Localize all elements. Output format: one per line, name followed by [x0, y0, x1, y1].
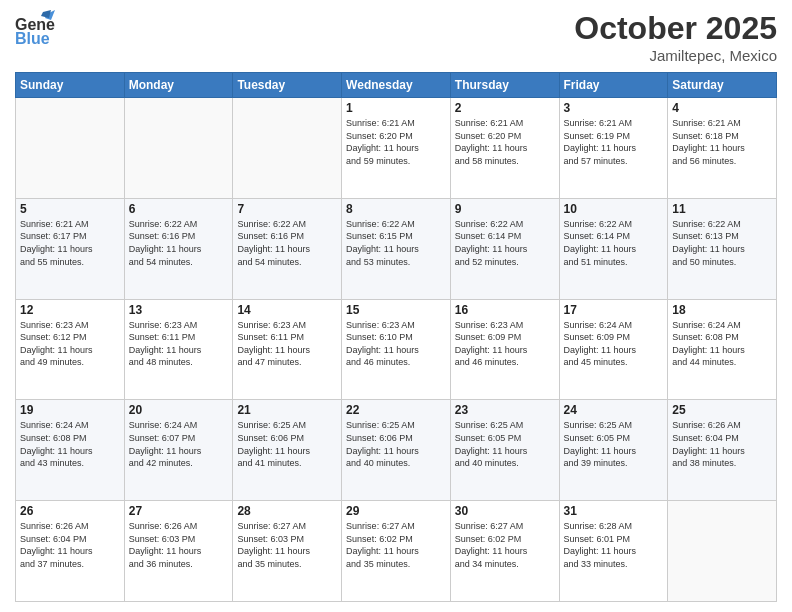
day-info: Sunrise: 6:24 AM Sunset: 6:08 PM Dayligh… [20, 419, 120, 469]
day-number: 24 [564, 403, 664, 417]
day-number: 28 [237, 504, 337, 518]
day-info: Sunrise: 6:22 AM Sunset: 6:14 PM Dayligh… [455, 218, 555, 268]
calendar-week-1: 1Sunrise: 6:21 AM Sunset: 6:20 PM Daylig… [16, 98, 777, 199]
calendar-week-3: 12Sunrise: 6:23 AM Sunset: 6:12 PM Dayli… [16, 299, 777, 400]
calendar-cell: 19Sunrise: 6:24 AM Sunset: 6:08 PM Dayli… [16, 400, 125, 501]
calendar-cell: 3Sunrise: 6:21 AM Sunset: 6:19 PM Daylig… [559, 98, 668, 199]
calendar-cell: 12Sunrise: 6:23 AM Sunset: 6:12 PM Dayli… [16, 299, 125, 400]
day-info: Sunrise: 6:21 AM Sunset: 6:17 PM Dayligh… [20, 218, 120, 268]
calendar-cell: 14Sunrise: 6:23 AM Sunset: 6:11 PM Dayli… [233, 299, 342, 400]
calendar-cell [233, 98, 342, 199]
day-info: Sunrise: 6:22 AM Sunset: 6:15 PM Dayligh… [346, 218, 446, 268]
calendar-cell: 10Sunrise: 6:22 AM Sunset: 6:14 PM Dayli… [559, 198, 668, 299]
day-info: Sunrise: 6:25 AM Sunset: 6:06 PM Dayligh… [346, 419, 446, 469]
calendar-cell: 11Sunrise: 6:22 AM Sunset: 6:13 PM Dayli… [668, 198, 777, 299]
col-friday: Friday [559, 73, 668, 98]
day-info: Sunrise: 6:24 AM Sunset: 6:08 PM Dayligh… [672, 319, 772, 369]
day-info: Sunrise: 6:21 AM Sunset: 6:19 PM Dayligh… [564, 117, 664, 167]
calendar-week-2: 5Sunrise: 6:21 AM Sunset: 6:17 PM Daylig… [16, 198, 777, 299]
col-thursday: Thursday [450, 73, 559, 98]
calendar-cell: 26Sunrise: 6:26 AM Sunset: 6:04 PM Dayli… [16, 501, 125, 602]
day-info: Sunrise: 6:21 AM Sunset: 6:18 PM Dayligh… [672, 117, 772, 167]
day-info: Sunrise: 6:23 AM Sunset: 6:10 PM Dayligh… [346, 319, 446, 369]
day-number: 13 [129, 303, 229, 317]
calendar-cell: 25Sunrise: 6:26 AM Sunset: 6:04 PM Dayli… [668, 400, 777, 501]
calendar-cell: 21Sunrise: 6:25 AM Sunset: 6:06 PM Dayli… [233, 400, 342, 501]
calendar-cell [668, 501, 777, 602]
day-number: 15 [346, 303, 446, 317]
day-number: 8 [346, 202, 446, 216]
day-info: Sunrise: 6:23 AM Sunset: 6:11 PM Dayligh… [129, 319, 229, 369]
day-number: 6 [129, 202, 229, 216]
calendar-week-5: 26Sunrise: 6:26 AM Sunset: 6:04 PM Dayli… [16, 501, 777, 602]
calendar-table: Sunday Monday Tuesday Wednesday Thursday… [15, 72, 777, 602]
svg-text:Blue: Blue [15, 30, 50, 47]
col-saturday: Saturday [668, 73, 777, 98]
day-info: Sunrise: 6:26 AM Sunset: 6:04 PM Dayligh… [672, 419, 772, 469]
page-subtitle: Jamiltepec, Mexico [574, 47, 777, 64]
calendar-cell: 15Sunrise: 6:23 AM Sunset: 6:10 PM Dayli… [342, 299, 451, 400]
day-info: Sunrise: 6:26 AM Sunset: 6:03 PM Dayligh… [129, 520, 229, 570]
day-number: 27 [129, 504, 229, 518]
calendar-cell: 13Sunrise: 6:23 AM Sunset: 6:11 PM Dayli… [124, 299, 233, 400]
header-row: Sunday Monday Tuesday Wednesday Thursday… [16, 73, 777, 98]
calendar-cell: 29Sunrise: 6:27 AM Sunset: 6:02 PM Dayli… [342, 501, 451, 602]
day-info: Sunrise: 6:22 AM Sunset: 6:16 PM Dayligh… [129, 218, 229, 268]
logo-icon: General Blue [15, 10, 55, 48]
day-number: 30 [455, 504, 555, 518]
day-info: Sunrise: 6:22 AM Sunset: 6:16 PM Dayligh… [237, 218, 337, 268]
day-number: 22 [346, 403, 446, 417]
calendar-cell: 18Sunrise: 6:24 AM Sunset: 6:08 PM Dayli… [668, 299, 777, 400]
col-wednesday: Wednesday [342, 73, 451, 98]
calendar-cell: 27Sunrise: 6:26 AM Sunset: 6:03 PM Dayli… [124, 501, 233, 602]
day-number: 2 [455, 101, 555, 115]
day-number: 7 [237, 202, 337, 216]
calendar-cell: 9Sunrise: 6:22 AM Sunset: 6:14 PM Daylig… [450, 198, 559, 299]
day-info: Sunrise: 6:23 AM Sunset: 6:11 PM Dayligh… [237, 319, 337, 369]
calendar-cell: 7Sunrise: 6:22 AM Sunset: 6:16 PM Daylig… [233, 198, 342, 299]
day-info: Sunrise: 6:27 AM Sunset: 6:02 PM Dayligh… [346, 520, 446, 570]
day-number: 23 [455, 403, 555, 417]
day-info: Sunrise: 6:25 AM Sunset: 6:05 PM Dayligh… [564, 419, 664, 469]
logo: General Blue [15, 10, 55, 48]
calendar-cell: 2Sunrise: 6:21 AM Sunset: 6:20 PM Daylig… [450, 98, 559, 199]
calendar-cell: 16Sunrise: 6:23 AM Sunset: 6:09 PM Dayli… [450, 299, 559, 400]
day-info: Sunrise: 6:27 AM Sunset: 6:02 PM Dayligh… [455, 520, 555, 570]
day-number: 26 [20, 504, 120, 518]
day-number: 16 [455, 303, 555, 317]
day-info: Sunrise: 6:28 AM Sunset: 6:01 PM Dayligh… [564, 520, 664, 570]
day-info: Sunrise: 6:25 AM Sunset: 6:05 PM Dayligh… [455, 419, 555, 469]
calendar-cell: 31Sunrise: 6:28 AM Sunset: 6:01 PM Dayli… [559, 501, 668, 602]
calendar-cell: 23Sunrise: 6:25 AM Sunset: 6:05 PM Dayli… [450, 400, 559, 501]
day-info: Sunrise: 6:21 AM Sunset: 6:20 PM Dayligh… [455, 117, 555, 167]
col-sunday: Sunday [16, 73, 125, 98]
header: General Blue October 2025 Jamiltepec, Me… [15, 10, 777, 64]
day-number: 10 [564, 202, 664, 216]
calendar-week-4: 19Sunrise: 6:24 AM Sunset: 6:08 PM Dayli… [16, 400, 777, 501]
day-number: 31 [564, 504, 664, 518]
day-info: Sunrise: 6:24 AM Sunset: 6:09 PM Dayligh… [564, 319, 664, 369]
day-number: 20 [129, 403, 229, 417]
day-number: 9 [455, 202, 555, 216]
day-number: 18 [672, 303, 772, 317]
page: General Blue October 2025 Jamiltepec, Me… [0, 0, 792, 612]
calendar-cell: 20Sunrise: 6:24 AM Sunset: 6:07 PM Dayli… [124, 400, 233, 501]
day-number: 12 [20, 303, 120, 317]
calendar-cell: 1Sunrise: 6:21 AM Sunset: 6:20 PM Daylig… [342, 98, 451, 199]
day-number: 3 [564, 101, 664, 115]
calendar-cell: 28Sunrise: 6:27 AM Sunset: 6:03 PM Dayli… [233, 501, 342, 602]
day-info: Sunrise: 6:21 AM Sunset: 6:20 PM Dayligh… [346, 117, 446, 167]
day-info: Sunrise: 6:27 AM Sunset: 6:03 PM Dayligh… [237, 520, 337, 570]
calendar-cell: 6Sunrise: 6:22 AM Sunset: 6:16 PM Daylig… [124, 198, 233, 299]
day-info: Sunrise: 6:24 AM Sunset: 6:07 PM Dayligh… [129, 419, 229, 469]
day-info: Sunrise: 6:26 AM Sunset: 6:04 PM Dayligh… [20, 520, 120, 570]
calendar-cell: 22Sunrise: 6:25 AM Sunset: 6:06 PM Dayli… [342, 400, 451, 501]
day-number: 29 [346, 504, 446, 518]
day-number: 17 [564, 303, 664, 317]
day-info: Sunrise: 6:25 AM Sunset: 6:06 PM Dayligh… [237, 419, 337, 469]
col-tuesday: Tuesday [233, 73, 342, 98]
day-info: Sunrise: 6:22 AM Sunset: 6:14 PM Dayligh… [564, 218, 664, 268]
day-number: 4 [672, 101, 772, 115]
calendar-cell: 5Sunrise: 6:21 AM Sunset: 6:17 PM Daylig… [16, 198, 125, 299]
day-info: Sunrise: 6:23 AM Sunset: 6:09 PM Dayligh… [455, 319, 555, 369]
